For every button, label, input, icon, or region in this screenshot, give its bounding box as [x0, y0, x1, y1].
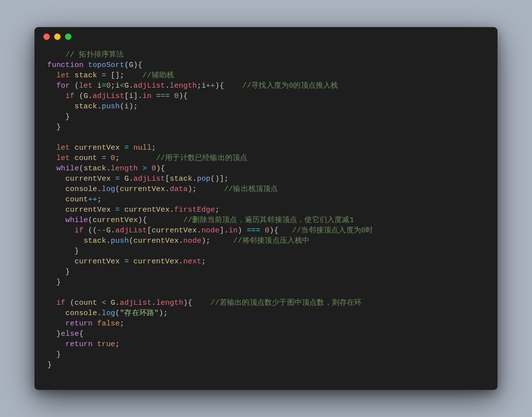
token-id: currentVex — [152, 226, 197, 235]
token-id: currentVex — [124, 206, 169, 214]
zoom-icon[interactable] — [65, 33, 71, 40]
token-pl: ; — [152, 144, 156, 152]
token-pl — [47, 154, 56, 162]
token-pl — [147, 164, 151, 173]
token-kw2: if — [74, 226, 83, 235]
token-cmt: //辅助栈 — [142, 71, 174, 80]
token-pl — [47, 206, 66, 214]
token-id: stack — [74, 102, 97, 111]
token-prop: node — [201, 226, 220, 235]
token-fn: log — [101, 185, 115, 193]
token-cmt: //当邻接顶点入度为0时 — [292, 226, 373, 235]
token-kw2: let — [56, 144, 70, 152]
token-id: console — [66, 185, 97, 193]
token-prop: node — [183, 237, 201, 245]
token-pl: [ — [147, 226, 151, 235]
token-pl — [47, 299, 56, 307]
token-pl: } — [47, 123, 61, 131]
token-pl — [47, 71, 56, 80]
token-fn: topoSort — [88, 61, 125, 69]
code-line: count++; — [47, 194, 485, 205]
code-line: }else{ — [47, 329, 485, 339]
token-op: = — [101, 82, 106, 90]
token-id: currentVex — [120, 185, 165, 193]
token-num: 0 — [152, 164, 156, 173]
token-kw2: if — [56, 299, 65, 307]
token-pl — [47, 144, 56, 152]
token-pl: . — [197, 226, 201, 235]
token-fn: push — [111, 237, 129, 245]
token-pl — [47, 164, 56, 173]
code-line: console.log("存在环路"); — [47, 308, 485, 319]
token-id: G — [106, 226, 111, 235]
token-pl: . — [169, 206, 174, 214]
token-kw2: if — [66, 92, 74, 100]
token-pl: ( — [70, 82, 79, 90]
token-pl — [47, 82, 56, 90]
code-line: let count = 0; //用于计数已经输出的顶点 — [47, 153, 485, 163]
token-pl: ){ — [183, 299, 210, 307]
token-pl: ){ — [269, 226, 292, 235]
token-prop: firstEdge — [174, 206, 215, 214]
token-id: currentVex — [66, 206, 111, 214]
token-pl — [47, 320, 66, 328]
token-pl — [47, 257, 74, 266]
token-pl — [47, 185, 66, 193]
close-icon[interactable] — [43, 33, 50, 40]
token-pl — [169, 92, 174, 100]
token-id: i — [201, 82, 206, 90]
token-fn: push — [101, 102, 120, 111]
token-pl — [106, 154, 111, 162]
code-line: console.log(currentVex.data); //输出栈顶顶点 — [47, 184, 485, 194]
token-pl — [47, 92, 66, 100]
token-pl: . — [106, 164, 111, 173]
token-pl — [93, 320, 97, 328]
token-pl: ( — [129, 237, 133, 245]
token-id: count — [74, 154, 97, 162]
token-pl: . — [179, 257, 183, 266]
token-prop: length — [156, 299, 183, 307]
token-pl — [47, 226, 74, 235]
token-prop: data — [169, 185, 188, 193]
token-prop: in — [142, 92, 151, 100]
token-pl — [106, 299, 111, 307]
token-pl — [129, 257, 133, 266]
token-id: count — [66, 195, 88, 204]
token-pl: } — [47, 278, 61, 287]
token-pl — [47, 51, 66, 59]
code-line: let currentVex = null; — [47, 143, 485, 153]
token-id: currentVex — [133, 237, 179, 245]
token-id: currentVex — [74, 257, 120, 266]
token-pl: (( — [84, 226, 98, 235]
token-pl — [47, 102, 74, 111]
token-op: ++ — [206, 82, 215, 90]
token-kw: while — [66, 216, 88, 225]
token-pl: ; — [120, 320, 124, 328]
token-pl: ; — [97, 195, 101, 204]
token-num: 0 — [174, 92, 179, 100]
token-op: < — [101, 299, 106, 307]
token-pl: ( — [79, 164, 83, 173]
token-pl — [93, 340, 97, 349]
token-pl — [70, 144, 74, 152]
token-pl — [111, 175, 115, 183]
token-pl — [138, 164, 142, 173]
token-prop: length — [169, 82, 197, 90]
token-op: = — [115, 175, 120, 183]
minimize-icon[interactable] — [54, 33, 61, 40]
token-pl — [84, 61, 88, 69]
token-id: i — [129, 92, 133, 100]
code-line: return false; — [47, 319, 485, 329]
code-line: let stack = []; //辅助栈 — [47, 70, 485, 81]
token-pl: ( — [124, 61, 129, 69]
token-pl — [47, 216, 66, 225]
token-id: i — [124, 102, 129, 111]
code-line: while(currentVex){ //删除当前顶点，遍历其邻接顶点，使它们入… — [47, 215, 485, 225]
token-pl: ){ — [179, 92, 188, 100]
token-prop: adjList — [120, 299, 151, 307]
token-pl: ( — [66, 299, 74, 307]
token-pl: . — [152, 299, 156, 307]
token-pl — [47, 340, 66, 349]
token-prop: adjList — [115, 226, 147, 235]
token-num: true — [97, 340, 115, 349]
